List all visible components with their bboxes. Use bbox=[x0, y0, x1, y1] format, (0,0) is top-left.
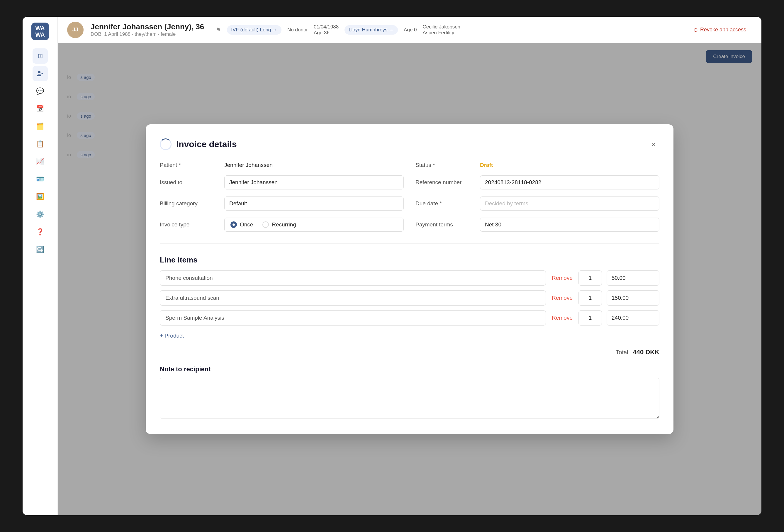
sidebar-item-files[interactable]: 🗂️ bbox=[32, 119, 48, 134]
recurring-option[interactable]: Recurring bbox=[262, 221, 296, 228]
reference-label: Reference number bbox=[416, 179, 474, 186]
partner-pill[interactable]: Lloyd Humphreys → bbox=[344, 25, 398, 35]
add-product-button[interactable]: + Product bbox=[160, 330, 184, 341]
total-row: Total 440 DKK bbox=[160, 346, 660, 356]
total-amount: 440 DKK bbox=[633, 348, 660, 356]
form-left: Patient * Jennifer Johanssen Issued to B… bbox=[160, 162, 404, 232]
content-area: Create invoice io s ago io s ago io s ag… bbox=[58, 43, 761, 515]
dob-meta: 01/04/1988 Age 36 bbox=[314, 24, 339, 36]
sidebar-item-tasks[interactable]: 📋 bbox=[32, 136, 48, 151]
billing-category-label: Billing category bbox=[160, 200, 218, 207]
reference-row: Reference number bbox=[416, 175, 660, 190]
sidebar-item-logout[interactable]: ↪️ bbox=[32, 242, 48, 257]
line-item-name-1[interactable] bbox=[160, 271, 546, 286]
line-items-title: Line items bbox=[160, 255, 660, 264]
patient-value: Jennifer Johanssen bbox=[224, 162, 273, 168]
donor-meta: No donor bbox=[287, 27, 308, 33]
line-item-name-2[interactable] bbox=[160, 290, 546, 306]
recurring-radio[interactable] bbox=[262, 221, 269, 228]
reference-input[interactable] bbox=[480, 175, 660, 190]
issued-to-input[interactable] bbox=[224, 175, 404, 190]
sidebar-item-messages[interactable]: 💬 bbox=[32, 84, 48, 99]
note-textarea[interactable] bbox=[160, 378, 660, 419]
note-section: Note to recipient bbox=[160, 365, 660, 420]
total-label: Total bbox=[616, 349, 628, 356]
avatar: JJ bbox=[67, 22, 84, 38]
once-radio[interactable] bbox=[230, 221, 237, 228]
form-section: Patient * Jennifer Johanssen Issued to B… bbox=[160, 162, 660, 244]
invoice-type-row: Invoice type Once Recurring bbox=[160, 218, 404, 232]
patient-name: Jennifer Johanssen (Jenny), 36 bbox=[91, 22, 204, 31]
sidebar-item-media[interactable]: 🖼️ bbox=[32, 189, 48, 204]
main-content: JJ Jennifer Johanssen (Jenny), 36 DOB: 1… bbox=[58, 17, 761, 515]
invoice-details-modal: Invoice details × Patient * Jennifer Joh… bbox=[146, 124, 673, 434]
qty-input-2[interactable] bbox=[579, 290, 602, 306]
invoice-type-group: Once Recurring bbox=[224, 218, 404, 232]
sidebar: WA WA ⊞ 💬 📅 🗂️ 📋 📈 🪪 🖼️ ⚙️ ❓ ↪️ bbox=[23, 17, 58, 515]
qty-input-3[interactable] bbox=[579, 310, 602, 326]
modal-close-button[interactable]: × bbox=[648, 138, 660, 150]
app-logo: WA WA bbox=[31, 23, 49, 40]
issued-to-row: Issued to bbox=[160, 175, 404, 190]
qty-input-1[interactable] bbox=[579, 271, 602, 286]
payment-terms-input[interactable] bbox=[480, 218, 660, 232]
due-date-input[interactable] bbox=[480, 196, 660, 211]
once-option[interactable]: Once bbox=[230, 221, 253, 228]
modal-title: Invoice details bbox=[176, 139, 643, 149]
note-label: Note to recipient bbox=[160, 365, 660, 373]
sidebar-item-calendar[interactable]: 📅 bbox=[32, 101, 48, 116]
line-item-row: Remove bbox=[160, 310, 660, 326]
flag-icon: ⚑ bbox=[216, 26, 221, 33]
line-item-name-3[interactable] bbox=[160, 310, 546, 326]
patient-info: Jennifer Johanssen (Jenny), 36 DOB: 1 Ap… bbox=[91, 22, 204, 37]
patient-row: Patient * Jennifer Johanssen bbox=[160, 162, 404, 168]
sidebar-item-id[interactable]: 🪪 bbox=[32, 172, 48, 187]
price-input-1[interactable] bbox=[607, 271, 660, 286]
status-badge: Draft bbox=[480, 162, 493, 168]
remove-button-2[interactable]: Remove bbox=[551, 292, 574, 304]
modal-overlay: Invoice details × Patient * Jennifer Joh… bbox=[58, 43, 761, 515]
sidebar-item-patients[interactable] bbox=[32, 66, 48, 81]
line-items-section: Line items Remove Remove bbox=[160, 255, 660, 356]
svg-point-0 bbox=[38, 71, 40, 73]
due-date-row: Due date * bbox=[416, 196, 660, 211]
sidebar-item-analytics[interactable]: 📈 bbox=[32, 154, 48, 169]
due-date-label: Due date * bbox=[416, 200, 474, 207]
remove-button-3[interactable]: Remove bbox=[551, 312, 574, 324]
revoke-icon: ⊖ bbox=[693, 27, 698, 33]
billing-category-row: Billing category bbox=[160, 196, 404, 211]
issued-to-label: Issued to bbox=[160, 179, 218, 186]
sidebar-item-dashboard[interactable]: ⊞ bbox=[32, 48, 48, 64]
patient-label: Patient * bbox=[160, 162, 218, 168]
invoice-type-label: Invoice type bbox=[160, 221, 218, 228]
partner-age-meta: Age 0 bbox=[404, 27, 417, 33]
sidebar-item-help[interactable]: ❓ bbox=[32, 224, 48, 240]
price-input-2[interactable] bbox=[607, 290, 660, 306]
line-item-row: Remove bbox=[160, 290, 660, 306]
modal-header: Invoice details × bbox=[160, 138, 660, 150]
line-item-row: Remove bbox=[160, 271, 660, 286]
payment-terms-row: Payment terms bbox=[416, 218, 660, 232]
loading-spinner bbox=[160, 138, 171, 150]
revoke-app-access-button[interactable]: ⊖ Revoke app access bbox=[688, 24, 752, 36]
status-label: Status * bbox=[416, 162, 474, 168]
top-bar: JJ Jennifer Johanssen (Jenny), 36 DOB: 1… bbox=[58, 17, 761, 43]
status-row: Status * Draft bbox=[416, 162, 660, 168]
price-input-3[interactable] bbox=[607, 310, 660, 326]
sidebar-item-settings[interactable]: ⚙️ bbox=[32, 207, 48, 222]
treatment-pill[interactable]: IVF (default) Long → bbox=[227, 25, 281, 35]
top-bar-flags: ⚑ IVF (default) Long → No donor 01/04/19… bbox=[216, 24, 460, 36]
form-right: Status * Draft Reference number Due date… bbox=[416, 162, 660, 232]
payment-terms-label: Payment terms bbox=[416, 221, 474, 228]
billing-category-input[interactable] bbox=[224, 196, 404, 211]
patient-dob: DOB: 1 April 1988 · they/them · female bbox=[91, 31, 204, 37]
clinic-contact-meta: Cecilie Jakobsen Aspen Fertility bbox=[423, 24, 460, 36]
remove-button-1[interactable]: Remove bbox=[551, 273, 574, 284]
